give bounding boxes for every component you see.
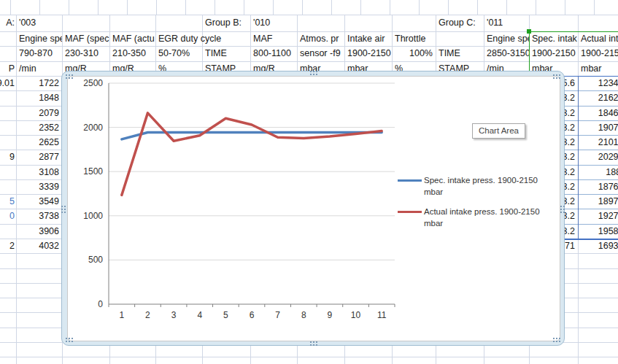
chart-area[interactable]: 050010001500200025001234567891011 Spec. … bbox=[67, 76, 560, 341]
x-tick-label: 11 bbox=[377, 310, 387, 320]
gridline-v bbox=[477, 0, 478, 15]
cell-actual-intake-3[interactable]: 1907.4 bbox=[578, 120, 618, 135]
chart[interactable]: 050010001500200025001234567891011 Spec. … bbox=[61, 71, 565, 346]
y-tick-label: 1000 bbox=[83, 211, 103, 221]
cell-fragment-11[interactable]: 2 bbox=[0, 239, 16, 253]
cell-range-c13[interactable]: 1900-2150 bbox=[578, 46, 618, 61]
cell-fragment-5[interactable]: 9 bbox=[0, 150, 16, 165]
x-tick-label: 7 bbox=[275, 310, 280, 320]
cell-header-c8[interactable]: Intake air bbox=[344, 31, 392, 46]
cell-range-c1[interactable]: 790-870 bbox=[16, 46, 62, 61]
cell-fragment-9[interactable]: 0 bbox=[0, 209, 16, 224]
cell-range-c9[interactable]: 100% bbox=[392, 46, 436, 61]
cell-fragment-8[interactable]: 5 bbox=[0, 194, 16, 209]
y-tick-label: 500 bbox=[88, 255, 103, 265]
cell-engine-speed-6[interactable]: 3108 bbox=[16, 165, 62, 179]
cell-header-c9[interactable]: Throttle bbox=[392, 31, 436, 46]
gridline-v bbox=[69, 0, 69, 15]
cell-engine-speed-10[interactable]: 3906 bbox=[16, 224, 62, 239]
source-range-inner-line bbox=[559, 224, 618, 225]
cell-range-c8[interactable]: 1900-2150 bbox=[344, 46, 392, 61]
cell-engine-speed-5[interactable]: 2877 bbox=[16, 150, 62, 165]
gridline-v bbox=[98, 0, 99, 15]
cell-groups-c6[interactable]: '010 bbox=[250, 15, 297, 31]
cell-actual-intake-11[interactable]: 1693.2 bbox=[578, 239, 618, 253]
source-range-inner-line bbox=[559, 120, 618, 121]
cell-engine-speed-3[interactable]: 2352 bbox=[16, 120, 62, 135]
cell-groups-c11[interactable]: '011 bbox=[484, 15, 529, 31]
cell-header-c4[interactable]: EGR duty cycle bbox=[155, 31, 250, 46]
cell-actual-intake-4[interactable]: 2101.2 bbox=[578, 135, 618, 150]
source-range-border-green bbox=[529, 31, 618, 32]
cell-units-c13[interactable]: mbar bbox=[578, 61, 618, 76]
cell-range-c11[interactable]: 2850-3150 bbox=[484, 46, 529, 61]
cell-actual-intake-9[interactable]: 1927.8 bbox=[578, 209, 618, 224]
cell-range-c4[interactable]: 50-70% bbox=[155, 46, 202, 61]
legend-label-actual: Actual intake press. 1900-2150 mbar bbox=[424, 206, 555, 229]
cell-groups-c0[interactable]: A: bbox=[0, 15, 16, 31]
cell-header-c1[interactable]: Engine spe bbox=[16, 31, 62, 46]
cell-header-c6[interactable]: MAF bbox=[250, 31, 297, 46]
cell-actual-intake-6[interactable]: 1887 bbox=[578, 165, 618, 179]
cell-header-c13[interactable]: Actual int bbox=[578, 31, 618, 46]
cell-groups-c10[interactable]: Group C: bbox=[436, 15, 484, 31]
cell-units-c0[interactable]: P bbox=[0, 61, 16, 76]
cell-actual-intake-10[interactable]: 1958.4 bbox=[578, 224, 618, 239]
cell-header-c2[interactable]: MAF (spec bbox=[62, 31, 109, 46]
cell-actual-intake-5[interactable]: 2029.8 bbox=[578, 150, 618, 165]
chart-resize-handle[interactable] bbox=[552, 74, 561, 80]
cell-engine-speed-4[interactable]: 2625 bbox=[16, 135, 62, 150]
cell-actual-intake-0[interactable]: 1234.2 bbox=[578, 76, 618, 90]
legend-entry-spec[interactable]: Spec. intake press. 1900-2150 mbar bbox=[398, 174, 555, 198]
cell-range-c3[interactable]: 210-350 bbox=[109, 46, 155, 61]
chart-resize-handle[interactable] bbox=[552, 337, 561, 343]
cell-groups-c5[interactable]: Group B: bbox=[202, 15, 250, 31]
legend-entry-actual[interactable]: Actual intake press. 1900-2150 mbar bbox=[398, 206, 555, 229]
cell-header-c11[interactable]: Engine spe bbox=[484, 31, 529, 46]
cell-engine-speed-1[interactable]: 1848 bbox=[16, 90, 62, 106]
chart-resize-handle[interactable] bbox=[309, 341, 318, 346]
chart-resize-handle[interactable] bbox=[65, 337, 74, 343]
source-range-inner-line bbox=[559, 135, 618, 136]
chart-resize-handle[interactable] bbox=[560, 205, 565, 214]
source-range-border-green bbox=[529, 31, 530, 76]
cell-range-c7[interactable]: sensor -f9 bbox=[297, 46, 344, 61]
x-tick-label: 3 bbox=[171, 310, 177, 320]
cell-engine-speed-0[interactable]: 1722 bbox=[16, 76, 62, 90]
cell-header-c7[interactable]: Atmos. pr bbox=[297, 31, 344, 46]
cell-engine-speed-8[interactable]: 3549 bbox=[16, 194, 62, 209]
cell-engine-speed-9[interactable]: 3738 bbox=[16, 209, 62, 224]
cell-range-c5[interactable]: TIME bbox=[202, 46, 250, 61]
chart-resize-handle[interactable] bbox=[61, 205, 66, 214]
cell-fragment-0[interactable]: 9.01 bbox=[0, 76, 16, 90]
cell-actual-intake-1[interactable]: 2162.4 bbox=[578, 90, 618, 106]
cell-range-c12[interactable]: 1900-2150 bbox=[529, 46, 578, 61]
cell-groups-c1[interactable]: '003 bbox=[16, 15, 62, 31]
cell-units-c1[interactable]: /min bbox=[16, 61, 62, 76]
cell-range-c2[interactable]: 230-310 bbox=[62, 46, 109, 61]
spreadsheet[interactable]: 050010001500200025001234567891011 Spec. … bbox=[0, 0, 618, 364]
chart-resize-handle[interactable] bbox=[65, 74, 74, 80]
cell-header-c12[interactable]: Spec. intak bbox=[529, 31, 578, 46]
source-range-inner-line bbox=[559, 209, 618, 209]
cell-engine-speed-2[interactable]: 2079 bbox=[16, 106, 62, 120]
x-tick-label: 10 bbox=[351, 310, 361, 320]
cell-engine-speed-7[interactable]: 3339 bbox=[16, 179, 62, 194]
source-range-inner-line bbox=[559, 194, 618, 195]
series-line-1[interactable] bbox=[122, 113, 382, 195]
source-range-handle-green bbox=[527, 29, 531, 34]
cell-engine-speed-11[interactable]: 4032 bbox=[16, 239, 62, 253]
y-tick-label: 0 bbox=[98, 299, 103, 309]
x-tick-label: 1 bbox=[119, 310, 124, 320]
chart-legend[interactable]: Spec. intake press. 1900-2150 mbar Actua… bbox=[398, 174, 555, 237]
cell-range-c6[interactable]: 800-1100 bbox=[250, 46, 297, 61]
legend-line-swatch-spec bbox=[398, 179, 422, 182]
cell-range-c10[interactable]: TIME bbox=[436, 46, 484, 61]
chart-resize-handle[interactable] bbox=[309, 70, 318, 76]
cell-header-c3[interactable]: MAF (actu bbox=[109, 31, 155, 46]
cell-actual-intake-8[interactable]: 1897.2 bbox=[578, 194, 618, 209]
cell-actual-intake-2[interactable]: 1846.2 bbox=[578, 106, 618, 120]
cell-actual-intake-7[interactable]: 1876.8 bbox=[578, 179, 618, 194]
gridline-v bbox=[185, 0, 186, 15]
x-tick-label: 8 bbox=[301, 310, 306, 320]
